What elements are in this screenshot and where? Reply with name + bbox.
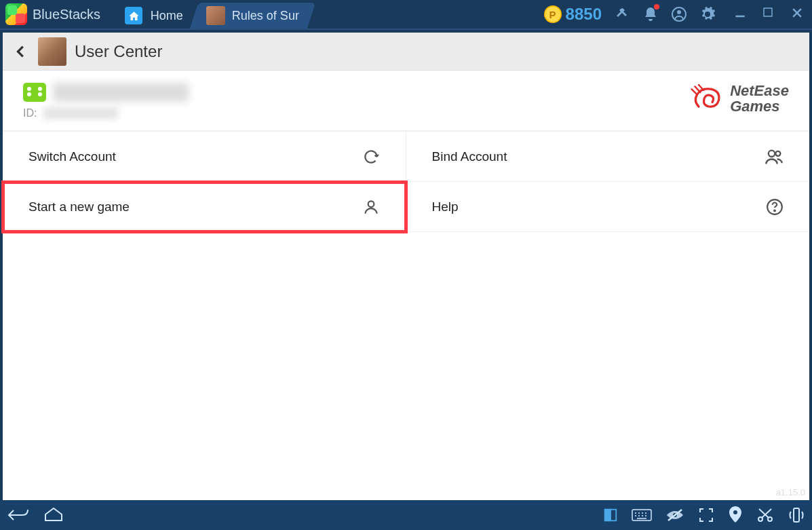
game-app-icon <box>206 6 225 25</box>
id-label: ID: <box>23 107 37 119</box>
svg-rect-12 <box>605 510 611 521</box>
username-blurred <box>53 83 189 102</box>
titlebar: BlueStacks Home Rules of Sur P 8850 <box>0 0 812 30</box>
tab-game-label: Rules of Sur <box>232 9 299 23</box>
version-label: a1.15.0 <box>776 487 805 497</box>
profile-section: ID: NetEase Games <box>3 71 809 131</box>
page-header: User Center <box>3 33 809 71</box>
tab-home[interactable]: Home <box>109 3 199 29</box>
tabs-row: Home Rules of Sur <box>113 0 310 29</box>
hammer-icon[interactable] <box>614 6 630 22</box>
notification-dot-icon <box>654 4 659 10</box>
option-bind-account[interactable]: Bind Account <box>406 132 810 182</box>
gear-icon[interactable] <box>699 6 716 22</box>
content-area: User Center ID: NetEase Games Switch Ac <box>3 33 809 500</box>
svg-rect-3 <box>764 8 772 16</box>
option-switch-account-label: Switch Account <box>28 149 116 164</box>
avatar-icon <box>38 37 66 66</box>
minimize-icon[interactable] <box>733 6 750 22</box>
option-switch-account[interactable]: Switch Account <box>3 132 406 182</box>
netease-swirl-icon <box>691 84 723 113</box>
person-icon <box>362 198 380 216</box>
scissors-icon[interactable] <box>756 507 774 523</box>
svg-point-8 <box>368 201 374 207</box>
keyboard-icon[interactable] <box>632 508 652 523</box>
help-circle-icon <box>766 198 784 216</box>
option-help-label: Help <box>432 200 459 214</box>
options-grid: Switch Account Bind Account Start a new … <box>3 131 809 232</box>
fullscreen-icon[interactable] <box>698 507 714 523</box>
svg-point-1 <box>677 10 681 14</box>
shake-phone-icon[interactable] <box>788 506 805 524</box>
option-start-new-game-label: Start a new game <box>28 200 130 214</box>
users-icon <box>765 147 784 166</box>
option-help[interactable]: Help <box>406 182 810 232</box>
user-id-blurred <box>43 107 118 119</box>
home-nav-icon[interactable] <box>43 506 64 524</box>
svg-point-7 <box>775 151 780 155</box>
refresh-icon <box>362 148 380 166</box>
netease-logo: NetEase Games <box>691 83 789 114</box>
bell-icon[interactable] <box>642 6 659 22</box>
app-title: BlueStacks <box>33 7 100 22</box>
titlebar-right: P 8850 <box>544 5 807 24</box>
toggle-panel-icon[interactable] <box>603 508 618 523</box>
maximize-icon[interactable] <box>762 6 778 22</box>
coin-icon: P <box>544 5 562 23</box>
location-pin-icon[interactable] <box>728 506 743 524</box>
close-icon[interactable] <box>790 6 807 22</box>
option-bind-account-label: Bind Account <box>432 149 507 164</box>
tab-home-label: Home <box>151 9 183 23</box>
tab-game[interactable]: Rules of Sur <box>190 3 315 29</box>
controller-icon <box>23 83 46 102</box>
bluestacks-logo-icon <box>5 3 27 25</box>
eye-off-icon[interactable] <box>665 508 684 523</box>
brand-line2: Games <box>730 98 789 114</box>
option-start-new-game[interactable]: Start a new game <box>3 182 406 232</box>
page-title: User Center <box>75 42 162 61</box>
coin-balance[interactable]: P 8850 <box>544 5 602 24</box>
brand-line1: NetEase <box>730 83 789 98</box>
house-icon <box>125 7 142 24</box>
coin-value: 8850 <box>566 5 602 24</box>
back-nav-icon[interactable] <box>7 506 30 524</box>
system-bar <box>0 500 812 530</box>
back-button[interactable] <box>14 44 28 59</box>
svg-rect-28 <box>794 508 799 522</box>
svg-point-10 <box>774 210 775 211</box>
user-circle-icon[interactable] <box>671 6 687 22</box>
svg-point-6 <box>769 150 775 156</box>
